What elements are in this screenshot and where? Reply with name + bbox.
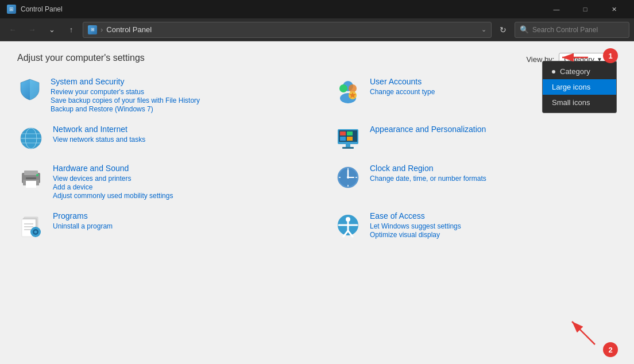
programs-title[interactable]: Programs	[53, 211, 113, 220]
search-placeholder: Search Control Panel	[532, 26, 598, 34]
svg-line-57	[572, 322, 595, 344]
menu-item-label: Small icons	[552, 98, 590, 107]
annotation-badge-2: 2	[603, 342, 618, 357]
hardware-icon	[17, 164, 45, 191]
clock-icon	[334, 164, 362, 191]
ease-link-1[interactable]: Let Windows suggest settings	[370, 222, 461, 230]
category-hardware: Hardware and Sound View devices and prin…	[17, 164, 300, 200]
hardware-info: Hardware and Sound View devices and prin…	[53, 164, 173, 200]
annotation-badge-1: 1	[603, 48, 618, 63]
path-icon: ⊞	[88, 25, 97, 34]
address-bar: ← → ⌄ ↑ ⊞ › Control Panel ⌄ ↻ 🔍 Search C…	[0, 18, 634, 41]
hardware-link-1[interactable]: View devices and printers	[53, 175, 173, 183]
category-network: Network and Internet View network status…	[17, 125, 300, 152]
svg-rect-17	[347, 137, 353, 141]
window-title: Control Panel	[21, 5, 63, 13]
path-text: Control Panel	[106, 25, 152, 34]
user-link-1[interactable]: Change account type	[370, 88, 435, 96]
appearance-info: Appearance and Personalization	[370, 125, 486, 135]
ease-info: Ease of Access Let Windows suggest setti…	[370, 211, 461, 239]
search-icon: 🔍	[520, 25, 529, 34]
view-by-menu: Category Large icons Small icons	[542, 61, 617, 113]
refresh-button[interactable]: ↻	[495, 22, 511, 38]
category-ease: Ease of Access Let Windows suggest setti…	[334, 211, 617, 239]
system-security-title[interactable]: System and Security	[51, 77, 200, 86]
appearance-title[interactable]: Appearance and Personalization	[370, 125, 486, 134]
category-clock: Clock and Region Change date, time, or n…	[334, 164, 617, 200]
dot-icon	[552, 70, 555, 73]
menu-item-label: Large icons	[552, 83, 590, 91]
menu-item-label: Category	[560, 67, 590, 76]
clock-links: Change date, time, or number formats	[370, 175, 486, 183]
category-system: System and Security Review your computer…	[17, 77, 300, 113]
main-content: Adjust your computer's settings View by:…	[0, 41, 634, 364]
svg-point-43	[34, 231, 37, 234]
svg-rect-19	[342, 147, 354, 149]
system-link-3[interactable]: Backup and Restore (Windows 7)	[51, 105, 200, 113]
svg-point-2	[339, 84, 347, 92]
svg-point-3	[349, 84, 357, 92]
category-programs: Programs Uninstall a program	[17, 211, 300, 239]
user-accounts-icon	[334, 77, 362, 104]
hardware-title[interactable]: Hardware and Sound	[53, 164, 173, 173]
search-box[interactable]: 🔍 Search Control Panel	[515, 22, 629, 38]
clock-title[interactable]: Clock and Region	[370, 164, 486, 173]
svg-rect-14	[340, 131, 346, 135]
programs-info: Programs Uninstall a program	[53, 211, 113, 230]
system-security-links: Review your computer's status Save backu…	[51, 88, 200, 113]
svg-rect-45	[35, 235, 36, 237]
window-controls: — □ ✕	[543, 0, 627, 18]
svg-rect-24	[26, 177, 36, 179]
app-icon: ⊞	[7, 5, 16, 14]
forward-button[interactable]: →	[24, 22, 40, 38]
ease-links: Let Windows suggest settings Optimize vi…	[370, 222, 461, 239]
maximize-button[interactable]: □	[572, 0, 598, 18]
path-separator: ›	[100, 25, 103, 34]
svg-rect-23	[26, 181, 36, 188]
svg-rect-18	[346, 144, 350, 147]
title-bar-left: ⊞ Control Panel	[7, 5, 63, 14]
menu-item-large-icons[interactable]: Large icons	[543, 79, 616, 95]
programs-links: Uninstall a program	[53, 222, 113, 230]
system-link-1[interactable]: Review your computer's status	[51, 88, 200, 96]
hardware-link-3[interactable]: Adjust commonly used mobility settings	[53, 192, 173, 200]
title-bar: ⊞ Control Panel — □ ✕	[0, 0, 634, 18]
path-dropdown-arrow[interactable]: ⌄	[481, 26, 486, 33]
close-button[interactable]: ✕	[601, 0, 627, 18]
user-accounts-title[interactable]: User Accounts	[370, 77, 435, 86]
ease-icon	[334, 211, 362, 239]
back-button[interactable]: ←	[5, 22, 21, 38]
network-info: Network and Internet View network status…	[53, 125, 145, 144]
programs-icon	[17, 211, 45, 239]
network-icon	[17, 125, 45, 152]
hardware-links: View devices and printers Add a device A…	[53, 175, 173, 200]
up-button[interactable]: ↑	[63, 22, 79, 38]
category-appearance: Appearance and Personalization	[334, 125, 617, 152]
user-accounts-links: Change account type	[370, 88, 435, 96]
svg-rect-15	[347, 131, 353, 135]
menu-item-small-icons[interactable]: Small icons	[543, 95, 616, 110]
clock-info: Clock and Region Change date, time, or n…	[370, 164, 486, 183]
programs-link-1[interactable]: Uninstall a program	[53, 222, 113, 230]
minimize-button[interactable]: —	[543, 0, 570, 18]
system-security-icon	[17, 77, 42, 102]
network-link-1[interactable]: View network status and tasks	[53, 135, 145, 144]
system-link-2[interactable]: Save backup copies of your files with Fi…	[51, 96, 200, 104]
dropdown-button[interactable]: ⌄	[44, 22, 60, 38]
network-title[interactable]: Network and Internet	[53, 125, 145, 134]
categories-grid: System and Security Review your computer…	[17, 77, 617, 239]
ease-title[interactable]: Ease of Access	[370, 211, 461, 220]
svg-rect-46	[30, 231, 32, 233]
arrow-2	[538, 310, 606, 356]
address-path[interactable]: ⊞ › Control Panel ⌄	[83, 22, 492, 38]
clock-link-1[interactable]: Change date, time, or number formats	[370, 175, 486, 183]
ease-link-2[interactable]: Optimize visual display	[370, 231, 461, 239]
appearance-icon	[334, 125, 362, 152]
svg-point-25	[36, 174, 38, 176]
network-links: View network status and tasks	[53, 135, 145, 144]
user-accounts-info: User Accounts Change account type	[370, 77, 435, 96]
svg-rect-16	[340, 137, 346, 141]
svg-rect-21	[24, 171, 38, 175]
hardware-link-2[interactable]: Add a device	[53, 183, 173, 191]
menu-item-category[interactable]: Category	[543, 64, 616, 79]
